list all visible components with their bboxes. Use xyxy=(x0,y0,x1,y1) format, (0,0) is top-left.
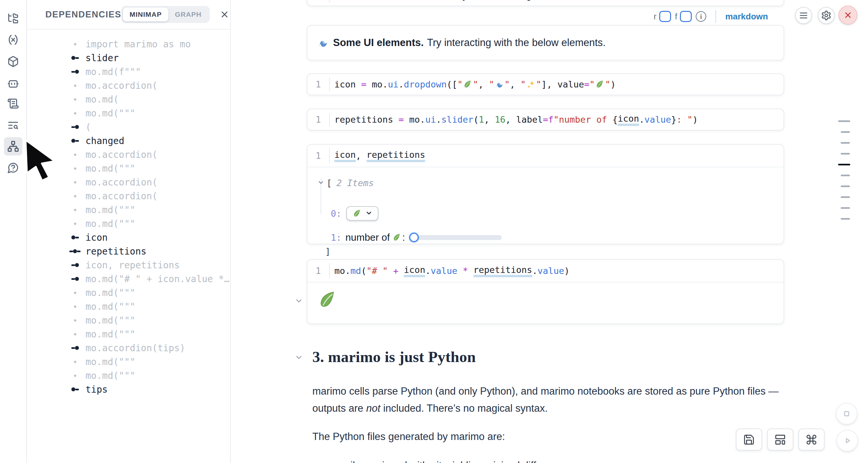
output-collapse-icon[interactable] xyxy=(294,297,303,306)
cell-md-source-clipped[interactable]: 1 Some UI elements. Try interacting with… xyxy=(307,0,784,6)
minimap-cell-label: tips xyxy=(86,384,107,395)
run-hint-label: r xyxy=(654,11,657,22)
tab-graph[interactable]: GRAPH xyxy=(168,7,208,21)
tree-close-bracket: ] xyxy=(325,246,331,256)
scroll-tick[interactable] xyxy=(841,142,850,144)
minimap-row[interactable]: mo.md(""" xyxy=(26,286,229,300)
tree-index-0: 0: xyxy=(331,209,342,219)
repetitions-slider-thumb[interactable] xyxy=(409,233,419,242)
minimap-row[interactable]: mo.accordion( xyxy=(26,189,229,203)
minimap-row[interactable]: mo.md(""" xyxy=(26,327,229,341)
minimap-marker-out xyxy=(68,236,82,239)
tree-collapse-icon[interactable] xyxy=(317,178,324,188)
dependencies-panel-header: DEPENDENCIES MINIMAP GRAPH xyxy=(26,0,230,30)
tab-minimap[interactable]: MINIMAP xyxy=(123,7,168,21)
minimap-row[interactable]: ( xyxy=(26,120,229,134)
scroll-tick[interactable] xyxy=(838,120,850,122)
scroll-tick[interactable] xyxy=(841,207,850,209)
run-checkbox[interactable] xyxy=(659,11,671,22)
toolbar-divider xyxy=(715,10,716,23)
minimap-row[interactable]: import marimo as mo xyxy=(26,37,229,51)
scroll-tick[interactable] xyxy=(841,196,850,198)
code-line[interactable]: mo.md("# " + icon.value * repetitions.va… xyxy=(330,265,569,277)
cell-code-slider[interactable]: 1 repetitions = mo.ui.slider(1, 16, labe… xyxy=(307,109,784,130)
scroll-tick[interactable] xyxy=(841,131,850,133)
minimap-marker-dot xyxy=(68,361,82,363)
code-line[interactable]: icon = mo.ui.dropdown(["", "", ""], valu… xyxy=(330,79,616,89)
section-collapse-icon[interactable] xyxy=(294,353,303,363)
variables-icon[interactable] xyxy=(4,31,22,49)
minimap-cell-label: mo.md(""" xyxy=(86,218,135,229)
minimap-row[interactable]: icon xyxy=(26,230,229,244)
code-line[interactable]: icon, repetitions xyxy=(330,150,425,162)
dependencies-icon[interactable] xyxy=(4,137,22,156)
bullet-item: easily versioned with git, yielding mini… xyxy=(312,460,779,463)
scroll-tick[interactable] xyxy=(841,185,850,187)
minimap-marker-dot xyxy=(68,43,82,45)
minimap-row[interactable]: mo.accordion( xyxy=(26,79,229,92)
cell-md-intro-output[interactable]: Some UI elements. Try interacting with t… xyxy=(307,25,784,61)
minimap-row[interactable]: mo.md("# " + icon.value *… xyxy=(26,272,229,286)
scroll-tick[interactable] xyxy=(841,218,850,220)
file-explorer-icon[interactable] xyxy=(4,9,22,28)
minimap-cell-label: mo.md(""" xyxy=(86,370,135,381)
stop-button[interactable] xyxy=(836,403,858,425)
minimap-cell-label: mo.md( xyxy=(86,94,119,105)
minimap-cell-label: icon xyxy=(86,232,107,243)
minimap-cell-label: mo.md(f""" xyxy=(86,66,141,77)
language-mode-label[interactable]: markdown xyxy=(725,11,768,22)
help-icon[interactable] xyxy=(4,158,22,177)
minimap-row[interactable]: tips xyxy=(26,382,229,396)
minimap-row[interactable]: mo.md(""" xyxy=(26,203,229,217)
minimap-marker-dot xyxy=(68,374,82,377)
minimap-marker-dot xyxy=(68,85,82,87)
minimap-row[interactable]: repetitions xyxy=(26,244,229,258)
code-line[interactable]: Some UI elements. Try interacting with t… xyxy=(330,0,665,1)
code-line[interactable]: repetitions = mo.ui.slider(1, 16, label=… xyxy=(330,114,698,126)
packages-icon[interactable] xyxy=(4,52,22,71)
snippets-icon[interactable] xyxy=(4,94,22,113)
cell-code-dropdown[interactable]: 1 icon = mo.ui.dropdown(["", "", ""], va… xyxy=(307,73,784,95)
line-number: 1 xyxy=(307,266,329,276)
panel-close-icon[interactable] xyxy=(220,9,229,20)
minimap-cell-label: mo.accordion( xyxy=(86,149,157,160)
shutdown-button[interactable] xyxy=(838,6,858,25)
layout-button[interactable] xyxy=(767,429,794,451)
info-icon[interactable]: i xyxy=(696,11,706,22)
minimap-row[interactable]: mo.md(""" xyxy=(26,300,229,313)
md-intro-text: Some UI elements. Try interacting with t… xyxy=(307,26,783,60)
minimap-row[interactable]: mo.md(""" xyxy=(26,355,229,369)
minimap-row[interactable]: mo.md(""" xyxy=(26,369,229,382)
cell-code-tuple[interactable]: 1 icon, repetitions [ 2 Items 0: xyxy=(307,144,784,244)
minimap-marker-dot xyxy=(68,154,82,156)
minimap-row[interactable]: mo.accordion(tips) xyxy=(26,341,229,355)
format-checkbox[interactable] xyxy=(680,11,692,22)
run-button[interactable] xyxy=(836,430,858,452)
keyboard-shortcuts-button[interactable] xyxy=(798,429,825,451)
minimap-row[interactable]: mo.md(""" xyxy=(26,106,229,120)
minimap-row[interactable]: mo.md(""" xyxy=(26,313,229,327)
icon-dropdown-select[interactable] xyxy=(346,206,378,221)
dependencies-panel: DEPENDENCIES MINIMAP GRAPH import marimo… xyxy=(26,0,231,463)
scroll-tick[interactable] xyxy=(841,153,850,155)
settings-button[interactable] xyxy=(818,7,835,24)
cell-code-md-expr[interactable]: 1 mo.md("# " + icon.value * repetitions.… xyxy=(307,259,784,324)
scroll-tick-active[interactable] xyxy=(838,164,850,165)
minimap-row[interactable]: mo.md(""" xyxy=(26,217,229,230)
menu-button[interactable] xyxy=(795,7,812,24)
ai-assistant-icon[interactable] xyxy=(4,74,22,92)
leaf-emoji xyxy=(595,80,604,89)
minimap-row[interactable]: mo.md(f""" xyxy=(26,65,229,79)
minimap-row[interactable]: mo.md( xyxy=(26,92,229,106)
scroll-tick[interactable] xyxy=(841,175,850,176)
leaf-emoji-large xyxy=(318,290,337,309)
minimap-row[interactable]: icon, repetitions xyxy=(26,258,229,272)
minimap-row[interactable]: slider xyxy=(26,51,229,65)
minimap-marker-dot xyxy=(68,209,82,211)
logs-search-icon[interactable] xyxy=(4,116,22,134)
repetitions-slider-track[interactable] xyxy=(410,235,502,240)
save-button[interactable] xyxy=(736,429,762,451)
minimap-cell-label: mo.md(""" xyxy=(86,315,135,326)
tree-open-bracket: [ xyxy=(327,178,332,188)
minimap-marker-dot xyxy=(68,98,82,101)
